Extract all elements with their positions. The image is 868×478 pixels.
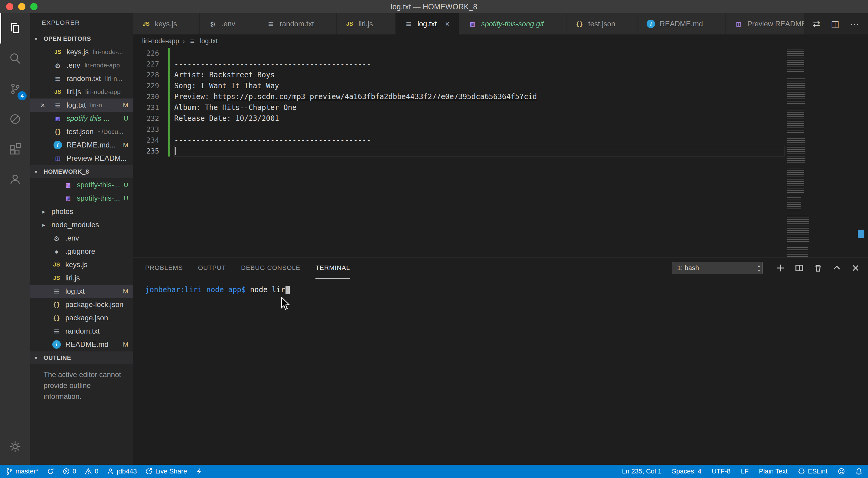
git-branch-status[interactable]: master* [5, 468, 38, 475]
editor-tab[interactable]: .env [199, 13, 258, 34]
panel-tab[interactable]: TERMINAL [315, 258, 350, 279]
terminal-shell-select[interactable]: 1: bash ▴▾ [672, 262, 763, 274]
lightning-status[interactable] [196, 468, 203, 475]
editor-tab[interactable]: Preview README.md [725, 13, 804, 34]
editor-tab[interactable]: keys.js [133, 13, 199, 34]
close-panel-icon[interactable] [851, 264, 860, 273]
editor-tab[interactable]: test.json [566, 13, 638, 34]
tree-item[interactable]: liri.js [30, 271, 133, 285]
tree-item[interactable]: ▸ photos [30, 205, 133, 218]
minimize-window-button[interactable] [18, 3, 25, 10]
editor-tab[interactable]: random.txt [258, 13, 337, 34]
language-mode[interactable]: Plain Text [759, 468, 787, 475]
editor-tab[interactable]: spotify-this-song.gif [459, 13, 566, 34]
split-terminal-icon[interactable] [795, 264, 804, 273]
git-gutter-added [168, 80, 170, 91]
zoom-window-button[interactable] [30, 3, 37, 10]
code-line[interactable]: 232 Release Date: 10/23/2001 [133, 113, 868, 124]
error-count[interactable]: 0 [63, 468, 76, 475]
code-line[interactable]: 226 [133, 48, 868, 59]
breadcrumb[interactable]: liri-node-app › log.txt [133, 34, 868, 48]
outline-header[interactable]: OUTLINE [30, 351, 133, 365]
indentation-setting[interactable]: Spaces: 4 [672, 468, 701, 475]
open-editor-item[interactable]: liri.js liri-node-app [30, 85, 133, 99]
open-editors-header[interactable]: OPEN EDITORS [30, 32, 133, 45]
code-line[interactable]: 230 Preview: https://p.scdn.co/mp3-previ… [133, 91, 868, 102]
code-line[interactable]: 231 Album: The Hits--Chapter One [133, 102, 868, 113]
open-editor-item[interactable]: random.txt liri-n... [30, 72, 133, 85]
code-line[interactable]: 235 [133, 146, 868, 157]
maximize-panel-icon[interactable] [832, 264, 841, 273]
code-line[interactable]: 227 ------------------------------------… [133, 59, 868, 69]
search-icon[interactable] [0, 43, 30, 74]
tree-item[interactable]: .gitignore [30, 245, 133, 258]
close-window-button[interactable] [6, 3, 13, 10]
breadcrumb-separator-icon: › [183, 38, 185, 45]
eol-setting[interactable]: LF [741, 468, 749, 475]
extensions-icon[interactable] [0, 134, 30, 164]
open-editor-item[interactable]: README.md... M [30, 138, 133, 152]
explorer-icon[interactable] [0, 13, 30, 43]
kill-terminal-icon[interactable] [813, 264, 823, 273]
eslint-status[interactable]: ESLint [798, 468, 828, 475]
open-editor-item[interactable]: Preview READM... [30, 152, 133, 165]
settings-gear-icon[interactable] [0, 432, 30, 462]
git-gutter-added [168, 124, 170, 135]
breadcrumb-file[interactable]: log.txt [200, 37, 218, 45]
editor-tab[interactable]: liri.js [337, 13, 396, 34]
more-actions-icon[interactable]: ··· [850, 19, 859, 29]
editor-tab[interactable]: README.md [638, 13, 725, 34]
tree-item[interactable]: spotify-this-... U [30, 178, 133, 192]
sync-status[interactable] [47, 468, 54, 475]
code-line[interactable]: 229 Song: I Want It That Way [133, 80, 868, 91]
warning-count[interactable]: 0 [85, 468, 98, 475]
editor-tab[interactable]: log.txt × [396, 13, 459, 34]
tree-item[interactable]: ▸ node_modules [30, 218, 133, 232]
tree-item[interactable]: package.json [30, 311, 133, 325]
new-terminal-icon[interactable] [776, 264, 785, 273]
feedback-status[interactable] [838, 468, 845, 475]
panel-tab[interactable]: PROBLEMS [145, 258, 183, 279]
split-editor-icon[interactable]: ◫ [831, 19, 839, 29]
open-editor-item[interactable]: keys.js liri-node-... [30, 45, 133, 59]
breadcrumb-folder[interactable]: liri-node-app [142, 37, 179, 45]
encoding-setting[interactable]: UTF-8 [712, 468, 731, 475]
line-content: ----------------------------------------… [174, 59, 784, 69]
open-editor-item[interactable]: test.json ~/Docu... [30, 125, 133, 138]
live-share-icon[interactable] [0, 164, 30, 195]
cursor-position[interactable]: Ln 235, Col 1 [622, 468, 661, 475]
tree-item[interactable]: package-lock.json [30, 298, 133, 311]
debug-icon[interactable] [0, 104, 30, 134]
open-changes-icon[interactable]: ⇄ [813, 19, 820, 29]
folder-section-header[interactable]: HOMEWORK_8 [30, 165, 133, 178]
code-line[interactable]: 228 Artist: Backstreet Boys [133, 69, 868, 80]
panel-tab[interactable]: DEBUG CONSOLE [241, 258, 300, 279]
live-share-user[interactable]: jdb443 [107, 468, 137, 475]
open-editor-item[interactable]: spotify-this-... U [30, 112, 133, 125]
source-control-icon[interactable]: 4 [0, 74, 30, 104]
tree-item[interactable]: .env [30, 232, 133, 245]
info-icon [52, 340, 61, 349]
file-name: node_modules [52, 220, 99, 229]
code-line[interactable]: 234 ------------------------------------… [133, 135, 868, 146]
minimap[interactable] [785, 48, 810, 257]
tree-item[interactable]: log.txt M [30, 285, 133, 298]
open-editor-item[interactable]: × log.txt liri-n... M [30, 99, 133, 112]
url-link[interactable]: https://p.scdn.co/mp3-preview/4a163fbfa2… [214, 91, 537, 102]
live-share-status[interactable]: Live Share [145, 468, 187, 475]
editor[interactable]: 226 227 --------------------------------… [133, 48, 868, 257]
tree-item[interactable]: spotify-this-... U [30, 192, 133, 205]
tree-item[interactable]: random.txt [30, 325, 133, 338]
close-editor-icon[interactable]: × [40, 101, 53, 110]
terminal-command: node lir [246, 285, 285, 294]
panel-tab[interactable]: OUTPUT [198, 258, 226, 279]
eslint-icon [798, 468, 805, 475]
tree-item[interactable]: keys.js [30, 258, 133, 271]
close-tab-icon[interactable]: × [443, 20, 451, 28]
code-line[interactable]: 233 [133, 124, 868, 135]
scrollbar-cursor-decoration[interactable] [858, 230, 864, 238]
tree-item[interactable]: README.md M [30, 338, 133, 351]
terminal[interactable]: jonbehar:liri-node-app$ node lir [133, 279, 868, 465]
notifications-status[interactable] [855, 468, 863, 475]
open-editor-item[interactable]: .env liri-node-app [30, 59, 133, 72]
